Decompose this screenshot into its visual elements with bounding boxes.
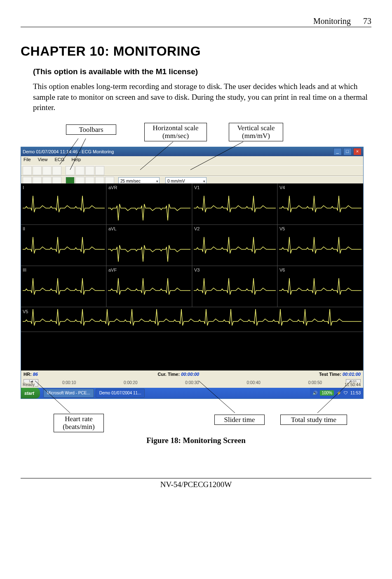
menu-view[interactable]: View [38, 157, 48, 162]
test-time-readout: Test Time: 00:01:00 [319, 372, 361, 377]
titlebar: Demo 01/07/2004 11:14:46 - ECG Monitorin… [21, 147, 363, 156]
taskbar: start Microsoft Word - PCE... Demo 01/07… [21, 388, 363, 399]
slider-tick: 0:00:50 [284, 380, 346, 385]
callout-heart-rate: Heart rate (beats/min) [54, 414, 104, 432]
tray-icon[interactable]: 🛡 [344, 391, 348, 395]
battery-percent: 100% [320, 390, 334, 396]
lead-label: V5 [279, 226, 285, 231]
ecg-app-window: Demo 01/07/2004 11:14:46 - ECG Monitorin… [21, 147, 364, 399]
status-clock: 11:50:44 [345, 382, 361, 387]
lead-label: aVL [108, 226, 117, 231]
slider-tick: 0:00:40 [223, 380, 284, 385]
slider-tick: 0:00:30 [161, 380, 223, 385]
header-page-number: 73 [363, 16, 371, 26]
page-header: Monitoring 73 [21, 16, 371, 27]
tb-btn[interactable] [52, 166, 61, 175]
chapter-title: CHAPTER 10: MONITORING [21, 44, 371, 59]
window-buttons: _ □ × [333, 148, 361, 155]
time-slider[interactable]: |◀ 0:00:10 0:00:20 0:00:30 0:00:40 0:00:… [21, 378, 363, 388]
hr-label: HR: [23, 372, 32, 377]
menubar: File View ECG Help [21, 156, 363, 165]
tb-btn[interactable] [42, 166, 52, 175]
body-paragraph: This option enables long-term recording … [33, 81, 371, 113]
minimize-button[interactable]: _ [333, 148, 342, 155]
status-strip: HR: 86 Cur. Time: 00:00:00 Test Time: 00… [21, 370, 363, 378]
menu-ecg[interactable]: ECG [55, 157, 65, 162]
status-ready: Ready [23, 382, 35, 387]
hr-readout: HR: 86 [23, 372, 38, 377]
callout-vscale-l2: (mm/mV) [242, 132, 270, 140]
slider-tick: 0:00:20 [100, 380, 161, 385]
cur-time-value: 00:00:00 [181, 372, 199, 377]
vscale-value: 0 mm/mV [167, 179, 185, 183]
taskbar-item-label: Microsoft Word - PCE... [47, 391, 90, 395]
taskbar-item-label: Demo 01/07/2004 11... [99, 391, 141, 395]
callout-toolbars: Toolbars [66, 124, 116, 135]
close-button[interactable]: × [353, 148, 361, 155]
callout-vscale-l1: Vertical scale [237, 124, 275, 132]
window-title: Demo 01/07/2004 11:14:46 - ECG Monitorin… [23, 149, 114, 154]
system-tray: 🔊 100% ⚡ 🛡 11:53 [310, 388, 363, 399]
tb-btn[interactable] [75, 166, 85, 175]
tb-btn[interactable] [33, 166, 42, 175]
callout-slider-label: Slider time [224, 416, 255, 424]
callout-hscale-l1: Horizontal scale [153, 124, 199, 132]
callout-total-study-time: Total study time [280, 415, 347, 425]
figure-caption: Figure 18: Monitoring Screen [21, 436, 371, 445]
slider-tick: 0:00:10 [38, 380, 100, 385]
tb-btn[interactable] [85, 166, 94, 175]
ecg-display-area: I aVR V1 V4 II aVL V2 V5 III aVF V3 V6 V… [21, 183, 363, 369]
cur-time-label: Cur. Time: [158, 372, 180, 377]
menu-help[interactable]: Help [71, 157, 81, 162]
page-footer: NV-54/PCECG1200W [21, 478, 371, 489]
start-button[interactable]: start [21, 388, 40, 399]
tray-clock: 11:53 [350, 391, 361, 395]
menu-file[interactable]: File [23, 157, 31, 162]
tray-icon[interactable]: 🔊 [312, 391, 317, 395]
taskbar-item[interactable]: Demo 01/07/2004 11... [96, 389, 145, 398]
lead-label: V3 [194, 267, 200, 272]
lead-label: aVR [108, 185, 117, 190]
toolbar-1 [21, 165, 363, 176]
callout-hscale-l2: (mm/sec) [162, 132, 189, 140]
callout-horizontal-scale: Horizontal scale (mm/sec) [144, 123, 207, 141]
hscale-value: 25 mm/sec [120, 179, 141, 183]
lead-label: V4 [279, 185, 285, 190]
test-time-value: 00:01:00 [343, 372, 361, 377]
test-time-label: Test Time: [319, 372, 341, 377]
tb-btn[interactable] [66, 166, 75, 175]
header-section: Monitoring [313, 16, 351, 26]
lead-label: V6 [279, 267, 285, 272]
ecg-waveforms [21, 183, 363, 369]
lead-label: V2 [194, 226, 200, 231]
hr-value: 86 [33, 372, 38, 377]
lead-label: III [23, 267, 26, 272]
lead-label: V5 [23, 309, 28, 314]
lead-label: I [23, 185, 24, 190]
lead-label: aVF [108, 267, 117, 272]
callout-toolbars-label: Toolbars [79, 126, 103, 134]
tb-btn[interactable] [23, 166, 32, 175]
callout-vertical-scale: Vertical scale (mm/mV) [229, 123, 283, 141]
cur-time-readout: Cur. Time: 00:00:00 [158, 372, 200, 377]
start-label: start [24, 391, 34, 396]
tray-icon[interactable]: ⚡ [336, 391, 341, 395]
taskbar-item[interactable]: Microsoft Word - PCE... [43, 389, 94, 398]
callout-total-label: Total study time [291, 416, 336, 424]
callout-slider-time: Slider time [214, 415, 265, 425]
callout-hr-l1: Heart rate [65, 415, 92, 423]
tb-btn[interactable] [95, 166, 104, 175]
lead-label: V1 [194, 185, 200, 190]
callout-hr-l2: (beats/min) [63, 423, 94, 431]
lead-label: II [23, 226, 25, 231]
subtitle: (This option is available with the M1 li… [33, 67, 371, 76]
figure-wrap: Toolbars Horizontal scale (mm/sec) Verti… [21, 121, 371, 445]
maximize-button[interactable]: □ [343, 148, 352, 155]
